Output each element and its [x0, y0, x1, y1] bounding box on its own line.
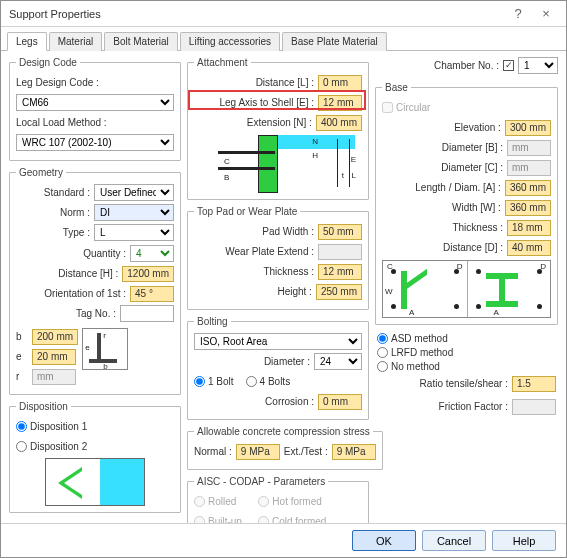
- label-corrosion: Corrosion :: [194, 396, 314, 407]
- diagram-ber: e b r: [82, 328, 128, 370]
- label-b: b: [16, 331, 28, 342]
- label-thickness: Thickness :: [382, 222, 503, 233]
- label-width-w: Width [W] :: [382, 202, 501, 213]
- label-pad-width: Pad Width :: [194, 226, 314, 237]
- value-pad-width[interactable]: 50 mm: [318, 224, 362, 240]
- legend-disposition: Disposition: [16, 401, 71, 412]
- radio-disposition-1[interactable]: Disposition 1: [16, 421, 87, 432]
- check-circular: Circular: [382, 102, 430, 113]
- group-aisc: AISC - CODAP - Parameters Rolled Hot for…: [187, 476, 369, 523]
- legend-base: Base: [382, 82, 411, 93]
- tab-bolt-material[interactable]: Bolt Material: [104, 32, 178, 51]
- check-chamber[interactable]: ✓: [503, 60, 514, 71]
- value-distance-h[interactable]: 1200 mm: [122, 266, 174, 282]
- cancel-button[interactable]: Cancel: [422, 530, 486, 551]
- tab-material[interactable]: Material: [49, 32, 103, 51]
- value-pad-thickness[interactable]: 12 mm: [318, 264, 362, 280]
- label-standard: Standard :: [16, 187, 90, 198]
- value-extension-n[interactable]: 400 mm: [316, 115, 362, 131]
- value-corrosion[interactable]: 0 mm: [318, 394, 362, 410]
- select-chamber[interactable]: 1: [518, 57, 558, 74]
- radio-lrfd[interactable]: LRFD method: [377, 347, 556, 358]
- label-distance-l: Distance [L] :: [194, 77, 314, 88]
- label-axis-e: Leg Axis to Shell [E] :: [194, 97, 314, 108]
- select-bolt-dia[interactable]: 24: [314, 353, 362, 370]
- value-orientation[interactable]: 45 °: [130, 286, 174, 302]
- value-axis-e[interactable]: 12 mm: [318, 95, 362, 111]
- select-type[interactable]: L: [94, 224, 174, 241]
- label-bolt-dia: Diameter :: [194, 356, 310, 367]
- group-bolting: Bolting ISO, Root Area Diameter : 24 1 B…: [187, 316, 369, 420]
- value-ext-test[interactable]: 9 MPa: [332, 444, 376, 460]
- radio-1-bolt[interactable]: 1 Bolt: [194, 376, 234, 387]
- label-tagno: Tag No. :: [16, 308, 116, 319]
- value-pad-height[interactable]: 250 mm: [316, 284, 362, 300]
- help-button[interactable]: Help: [492, 530, 556, 551]
- legend-top-pad: Top Pad or Wear Plate: [194, 206, 300, 217]
- label-pad-height: Height :: [194, 286, 312, 297]
- label-distance-h: Distance [H] :: [16, 268, 118, 279]
- radio-no-method[interactable]: No method: [377, 361, 556, 372]
- legend-bolting: Bolting: [194, 316, 231, 327]
- value-distance-d[interactable]: 40 mm: [507, 240, 551, 256]
- label-distance-d: Distance [D] :: [382, 242, 503, 253]
- group-disposition: Disposition Disposition 1 Disposition 2: [9, 401, 181, 513]
- value-dia-b[interactable]: mm: [507, 140, 551, 156]
- tab-base-plate-material[interactable]: Base Plate Material: [282, 32, 387, 51]
- value-ratio[interactable]: 1.5: [512, 376, 556, 392]
- label-qty: Quantity :: [16, 248, 126, 259]
- value-elevation[interactable]: 300 mm: [505, 120, 551, 136]
- value-wp-extend[interactable]: [318, 244, 362, 260]
- legend-attachment: Attachment: [194, 57, 251, 68]
- legend-allowable-concrete: Allowable concrete compression stress: [194, 426, 373, 437]
- tab-lifting-accessories[interactable]: Lifting accessories: [180, 32, 280, 51]
- window-title: Support Properties: [9, 8, 504, 20]
- value-distance-l[interactable]: 0 mm: [318, 75, 362, 91]
- select-norm[interactable]: DI: [94, 204, 174, 221]
- label-type: Type :: [16, 227, 90, 238]
- group-top-pad: Top Pad or Wear Plate Pad Width : 50 mm …: [187, 206, 369, 310]
- label-ratio: Ratio tensile/shear :: [377, 378, 508, 389]
- chamber-row: Chamber No. : ✓ 1: [375, 57, 558, 74]
- value-width-w[interactable]: 360 mm: [505, 200, 551, 216]
- close-icon[interactable]: ×: [532, 6, 560, 21]
- value-normal[interactable]: 9 MPa: [236, 444, 280, 460]
- value-b[interactable]: 200 mm: [32, 329, 78, 345]
- label-elevation: Elevation :: [382, 122, 501, 133]
- value-e[interactable]: 20 mm: [32, 349, 76, 365]
- input-tagno[interactable]: [120, 305, 174, 322]
- ok-button[interactable]: OK: [352, 530, 416, 551]
- diagram-disposition: [45, 458, 145, 506]
- label-e: e: [16, 351, 28, 362]
- titlebar: Support Properties ? ×: [1, 1, 566, 27]
- select-standard[interactable]: User Defined: [94, 184, 174, 201]
- legend-aisc: AISC - CODAP - Parameters: [194, 476, 328, 487]
- help-icon[interactable]: ?: [504, 6, 532, 21]
- value-thickness[interactable]: 18 mm: [507, 220, 551, 236]
- label-pad-thickness: Thickness :: [194, 266, 314, 277]
- label-chamber: Chamber No. :: [434, 60, 499, 71]
- value-len-a[interactable]: 360 mm: [505, 180, 551, 196]
- button-row: OK Cancel Help: [1, 523, 566, 557]
- label-leg-design-code: Leg Design Code :: [16, 77, 99, 88]
- radio-disposition-2[interactable]: Disposition 2: [16, 441, 87, 452]
- diagram-base: C W D A D A: [382, 260, 551, 318]
- group-allowable-concrete: Allowable concrete compression stress No…: [187, 426, 383, 470]
- legend-geometry: Geometry: [16, 167, 66, 178]
- select-bolt-std[interactable]: ISO, Root Area: [194, 333, 362, 350]
- radio-asd[interactable]: ASD method: [377, 333, 556, 344]
- group-design-code: Design Code Leg Design Code : CM66 Local…: [9, 57, 181, 161]
- label-dia-c: Diameter [C] :: [382, 162, 503, 173]
- value-friction[interactable]: [512, 399, 556, 415]
- tab-strip: Legs Material Bolt Material Lifting acce…: [1, 27, 566, 51]
- value-r[interactable]: mm: [32, 369, 76, 385]
- label-ext-test: Ext./Test :: [284, 446, 328, 457]
- select-quantity[interactable]: 4: [130, 245, 174, 262]
- legend-design-code: Design Code: [16, 57, 80, 68]
- tab-legs[interactable]: Legs: [7, 32, 47, 51]
- value-dia-c[interactable]: mm: [507, 160, 551, 176]
- radio-4-bolts[interactable]: 4 Bolts: [246, 376, 291, 387]
- diagram-attachment: N H C B E L t: [194, 135, 362, 193]
- select-local-load[interactable]: WRC 107 (2002-10): [16, 134, 174, 151]
- select-leg-design-code[interactable]: CM66: [16, 94, 174, 111]
